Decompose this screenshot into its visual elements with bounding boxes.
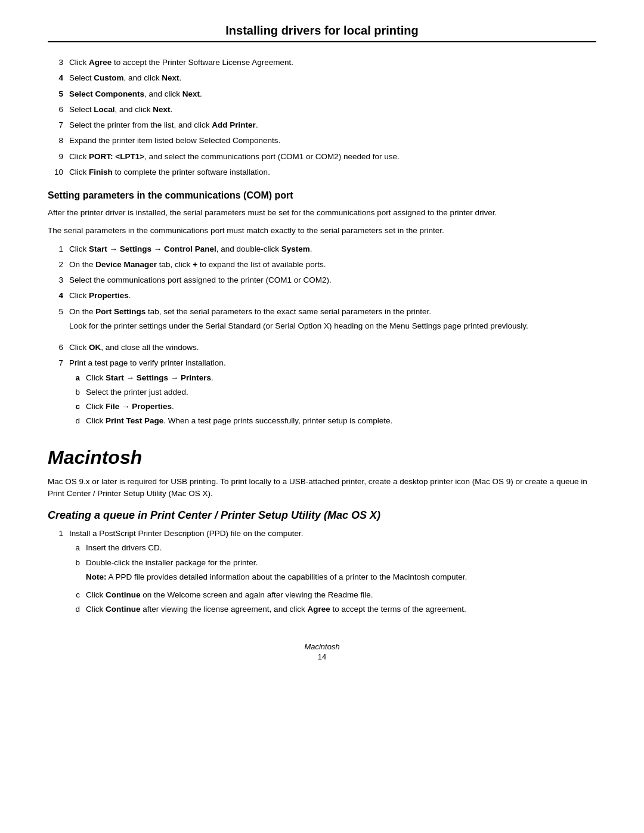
list-item: 4Click Properties. bbox=[48, 290, 596, 302]
macintosh-subsection-heading: Creating a queue in Print Center / Print… bbox=[48, 509, 596, 522]
list-item: 5Select Components, and click Next. bbox=[48, 88, 596, 100]
list-item: 7Select the printer from the list, and c… bbox=[48, 119, 596, 131]
com-port-steps-list: 1Click Start → Settings → Control Panel,… bbox=[48, 243, 596, 430]
list-item: 10Click Finish to complete the printer s… bbox=[48, 166, 596, 178]
list-item: 2On the Device Manager tab, click + to e… bbox=[48, 259, 596, 271]
com-port-intro2: The serial parameters in the communicati… bbox=[48, 225, 596, 237]
list-item: 8Expand the printer item listed below Se… bbox=[48, 135, 596, 147]
com-port-intro1: After the printer driver is installed, t… bbox=[48, 207, 596, 219]
page-title: Installing drivers for local printing bbox=[48, 24, 596, 42]
list-item: aInsert the drivers CD. bbox=[69, 542, 596, 554]
footer-title: Macintosh bbox=[48, 642, 596, 651]
list-item: 6Click OK, and close all the windows. bbox=[48, 342, 596, 354]
page-number: 14 bbox=[48, 652, 596, 661]
page-container: Installing drivers for local printing 3C… bbox=[48, 24, 596, 661]
list-item: 1Click Start → Settings → Control Panel,… bbox=[48, 243, 596, 255]
list-item: 3Select the communications port assigned… bbox=[48, 274, 596, 286]
installing-steps-list: 3Click Agree to accept the Printer Softw… bbox=[48, 57, 596, 178]
com-port-heading: Setting parameters in the communications… bbox=[48, 190, 596, 201]
list-item: 9Click PORT: <LPT1>, and select the comm… bbox=[48, 151, 596, 163]
list-item: cClick Continue on the Welcome screen an… bbox=[69, 589, 596, 601]
list-item: dClick Continue after viewing the licens… bbox=[69, 603, 596, 615]
page-header: Installing drivers for local printing bbox=[48, 24, 596, 42]
list-item: 7Print a test page to verify printer ins… bbox=[48, 357, 596, 429]
page-footer: Macintosh 14 bbox=[48, 642, 596, 661]
macintosh-steps-list: 1Install a PostScript Printer Descriptio… bbox=[48, 528, 596, 618]
macintosh-section: Macintosh Mac OS 9.x or later is require… bbox=[48, 447, 596, 618]
list-item: dClick Print Test Page. When a test page… bbox=[69, 415, 596, 427]
list-item: 6Select Local, and click Next. bbox=[48, 104, 596, 116]
list-item: 3Click Agree to accept the Printer Softw… bbox=[48, 57, 596, 69]
list-item: cClick File → Properties. bbox=[69, 401, 596, 413]
list-item: bSelect the printer just added. bbox=[69, 386, 596, 398]
list-item: bDouble-click the installer package for … bbox=[69, 557, 596, 587]
macintosh-heading: Macintosh bbox=[48, 447, 596, 469]
com-port-section: Setting parameters in the communications… bbox=[48, 190, 596, 430]
list-item: 5On the Port Settings tab, set the seria… bbox=[48, 306, 596, 339]
list-item: 1Install a PostScript Printer Descriptio… bbox=[48, 528, 596, 618]
macintosh-intro: Mac OS 9.x or later is required for USB … bbox=[48, 476, 596, 500]
list-item: aClick Start → Settings → Printers. bbox=[69, 372, 596, 384]
list-item: 4Select Custom, and click Next. bbox=[48, 72, 596, 84]
